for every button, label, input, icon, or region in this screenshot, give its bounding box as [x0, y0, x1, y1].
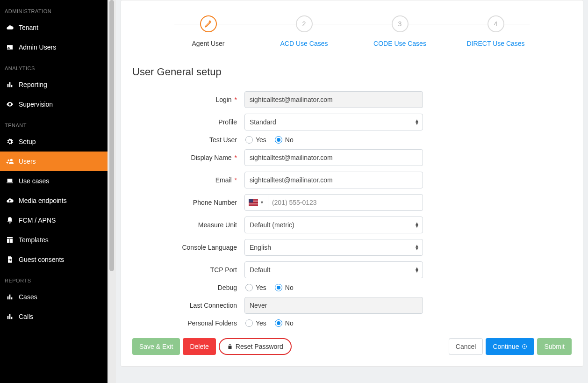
- test-user-label: Test User: [132, 136, 244, 144]
- form-card: Agent User 2 ACD Use Cases 3 CODE Use Ca…: [121, 0, 583, 367]
- debug-yes-radio[interactable]: Yes: [245, 284, 266, 291]
- step-circle-2: 2: [296, 15, 313, 32]
- debug-no-radio[interactable]: No: [275, 284, 294, 291]
- cloud-icon: [5, 24, 15, 31]
- tcp-port-select[interactable]: Default: [244, 261, 423, 278]
- left-buttons: Save & Exit Delete Reset Password: [132, 338, 292, 355]
- measure-unit-select[interactable]: Default (metric): [244, 217, 423, 233]
- sidebar-item-label: Cases: [19, 293, 37, 301]
- continue-button[interactable]: Continue: [486, 338, 534, 355]
- sidebar-item-users[interactable]: Users: [0, 152, 108, 171]
- cancel-button[interactable]: Cancel: [449, 338, 483, 355]
- sidebar-item-use-cases[interactable]: Use cases: [0, 171, 108, 191]
- lock-icon: [227, 344, 233, 349]
- step-circle-4: 4: [488, 15, 504, 32]
- sidebar-item-label: Admin Users: [19, 43, 56, 51]
- sidebar: ADMINISTRATION Tenant Admin Users ANALYT…: [0, 0, 108, 383]
- sidebar-section-analytics: ANALYTICS: [0, 57, 108, 75]
- button-row: Save & Exit Delete Reset Password Cancel…: [132, 338, 572, 355]
- personal-folders-label: Personal Folders: [132, 319, 244, 327]
- sidebar-item-cases[interactable]: Cases: [0, 287, 108, 307]
- bar-chart-icon: [5, 293, 15, 301]
- right-buttons: Cancel Continue Submit: [449, 338, 572, 355]
- phone-input-group: ▼: [244, 194, 423, 211]
- laptop-icon: [5, 177, 15, 185]
- svg-point-0: [523, 345, 527, 349]
- scrollbar-thumb[interactable]: [109, 0, 114, 271]
- test-user-yes-radio[interactable]: Yes: [245, 136, 266, 144]
- section-title: User General setup: [132, 66, 572, 78]
- template-icon: [5, 236, 15, 244]
- personal-folders-yes-radio[interactable]: Yes: [245, 319, 266, 327]
- step-code-use-cases[interactable]: 3 CODE Use Cases: [352, 15, 448, 47]
- phone-input[interactable]: [268, 199, 423, 206]
- users-add-icon: [5, 158, 15, 165]
- bell-icon: [5, 217, 15, 224]
- profile-select[interactable]: Standard: [244, 114, 423, 130]
- pencil-icon: [204, 20, 213, 28]
- user-form: Login * Profile Standard ▲▼ Test User Ye…: [132, 91, 572, 327]
- gear-icon: [5, 138, 15, 145]
- reset-password-button[interactable]: Reset Password: [219, 338, 292, 355]
- us-flag-icon: [249, 199, 258, 206]
- phone-label: Phone Number: [132, 199, 244, 206]
- sidebar-item-label: Use cases: [19, 177, 49, 185]
- personal-folders-no-radio[interactable]: No: [275, 319, 294, 327]
- scrollbar-track[interactable]: [108, 0, 116, 383]
- test-user-radio-group: Yes No: [244, 136, 294, 144]
- login-input[interactable]: [244, 91, 423, 108]
- sidebar-item-admin-users[interactable]: Admin Users: [0, 37, 108, 57]
- sidebar-section-administration: ADMINISTRATION: [0, 0, 108, 18]
- bar-chart-icon: [5, 313, 15, 320]
- wizard-stepper: Agent User 2 ACD Use Cases 3 CODE Use Ca…: [160, 15, 544, 47]
- save-exit-button[interactable]: Save & Exit: [132, 338, 180, 355]
- last-connection-value: [244, 297, 423, 314]
- tcp-port-label: TCP Port: [132, 266, 244, 274]
- measure-unit-label: Measure Unit: [132, 221, 244, 229]
- sidebar-item-tenant[interactable]: Tenant: [0, 18, 108, 37]
- sidebar-item-label: Tenant: [19, 24, 38, 31]
- sidebar-item-setup[interactable]: Setup: [0, 132, 108, 152]
- sidebar-item-supervision[interactable]: Supervision: [0, 94, 108, 114]
- step-circle-1: [200, 15, 217, 32]
- country-code-dropdown[interactable]: ▼: [245, 195, 268, 210]
- arrow-right-circle-icon: [522, 344, 527, 349]
- console-language-select[interactable]: English: [244, 239, 423, 256]
- debug-label: Debug: [132, 284, 244, 291]
- submit-button[interactable]: Submit: [537, 338, 572, 355]
- continue-label: Continue: [493, 343, 519, 350]
- step-label: Agent User: [192, 40, 224, 47]
- step-label: DIRECT Use Cases: [466, 40, 524, 47]
- step-label: ACD Use Cases: [280, 40, 328, 47]
- sidebar-item-label: Guest consents: [19, 256, 64, 263]
- sidebar-item-fcm-apns[interactable]: FCM / APNS: [0, 210, 108, 230]
- step-agent-user[interactable]: Agent User: [160, 15, 256, 47]
- delete-button[interactable]: Delete: [183, 338, 215, 355]
- sidebar-item-calls[interactable]: Calls: [0, 307, 108, 326]
- sidebar-item-media-endpoints[interactable]: Media endpoints: [0, 191, 108, 210]
- step-acd-use-cases[interactable]: 2 ACD Use Cases: [256, 15, 352, 47]
- sidebar-item-guest-consents[interactable]: Guest consents: [0, 250, 108, 269]
- console-language-label: Console Language: [132, 244, 244, 251]
- caret-down-icon: ▼: [260, 200, 264, 205]
- cloud-upload-icon: [5, 197, 15, 204]
- sidebar-section-reports: REPORTS: [0, 269, 108, 287]
- reset-password-label: Reset Password: [236, 343, 283, 350]
- login-label: Login *: [132, 96, 244, 103]
- sidebar-item-reporting[interactable]: Reporting: [0, 75, 108, 94]
- sidebar-item-label: FCM / APNS: [19, 217, 56, 224]
- sidebar-item-label: Supervision: [19, 101, 53, 108]
- email-input[interactable]: [244, 172, 423, 188]
- test-user-no-radio[interactable]: No: [275, 136, 294, 144]
- sidebar-section-tenant: TENANT: [0, 114, 108, 132]
- sidebar-item-templates[interactable]: Templates: [0, 230, 108, 250]
- sidebar-item-label: Setup: [19, 138, 36, 145]
- sidebar-item-label: Calls: [19, 313, 33, 320]
- step-direct-use-cases[interactable]: 4 DIRECT Use Cases: [448, 15, 544, 47]
- document-export-icon: [5, 256, 15, 263]
- profile-label: Profile: [132, 118, 244, 126]
- last-connection-label: Last Connection: [132, 302, 244, 309]
- sidebar-item-label: Reporting: [19, 81, 47, 88]
- sidebar-item-label: Templates: [19, 236, 49, 244]
- display-name-input[interactable]: [244, 149, 423, 166]
